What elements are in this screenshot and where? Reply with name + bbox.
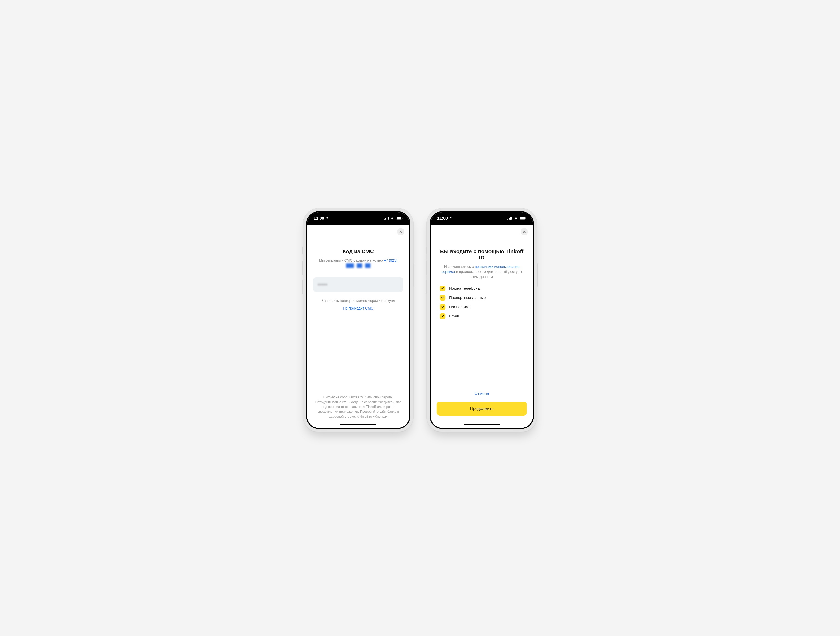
svg-rect-10 xyxy=(512,217,512,220)
permission-item: Email xyxy=(440,313,524,319)
resend-text: Запросить повторно можно через 45 секунд xyxy=(313,298,403,303)
close-icon: ✕ xyxy=(399,229,403,234)
cancel-link[interactable]: Отмена xyxy=(437,391,527,396)
svg-rect-1 xyxy=(385,218,386,220)
page-title: Вы входите с помощью Tinkoff ID xyxy=(437,248,527,260)
page-title: Код из СМС xyxy=(313,248,403,254)
status-time: 11:00 xyxy=(437,216,448,221)
svg-rect-12 xyxy=(520,217,525,219)
close-button[interactable]: ✕ xyxy=(521,228,528,235)
svg-rect-7 xyxy=(507,219,508,220)
wifi-icon xyxy=(514,216,518,221)
phone-masked: ███ - ██ - ██ xyxy=(346,264,370,268)
phone-prefix-link[interactable]: +7 (925) xyxy=(384,258,398,262)
svg-rect-3 xyxy=(388,217,388,220)
permission-item: Паспортные данные xyxy=(440,295,524,300)
phone-frame-right: 11:00 xyxy=(426,208,537,432)
sub-post: и предоставляете длительный доступ к эти… xyxy=(455,270,522,279)
wifi-icon xyxy=(390,216,395,221)
notch xyxy=(456,212,507,221)
subtitle-prefix: Мы отправили СМС с кодом на номер xyxy=(319,258,384,262)
code-value: ••••• xyxy=(318,282,328,287)
permission-label: Номер телефона xyxy=(449,286,480,290)
svg-rect-0 xyxy=(384,219,385,220)
svg-rect-5 xyxy=(396,217,401,219)
svg-rect-8 xyxy=(509,218,510,220)
checkbox-checked[interactable] xyxy=(440,286,445,291)
status-time: 11:00 xyxy=(314,216,324,221)
battery-icon xyxy=(396,216,403,221)
consent-subtitle: И соглашаетесь с правилами использования… xyxy=(437,264,527,279)
location-icon xyxy=(449,216,452,221)
permission-item: Полное имя xyxy=(440,304,524,310)
battery-icon xyxy=(519,216,526,221)
svg-rect-9 xyxy=(510,218,511,220)
cellular-icon xyxy=(384,216,388,221)
location-icon xyxy=(325,216,328,221)
permission-item: Номер телефона xyxy=(440,286,524,291)
checkbox-checked[interactable] xyxy=(440,304,445,310)
close-button[interactable]: ✕ xyxy=(397,228,404,235)
mockup-stage: 11:00 xyxy=(258,195,582,441)
continue-label: Продолжить xyxy=(470,406,493,411)
svg-rect-6 xyxy=(402,218,403,219)
permission-label: Email xyxy=(449,314,459,318)
checkbox-checked[interactable] xyxy=(440,313,445,319)
checkbox-checked[interactable] xyxy=(440,295,445,300)
svg-rect-2 xyxy=(387,218,387,220)
sms-subtitle: Мы отправили СМС с кодом на номер +7 (92… xyxy=(313,258,403,268)
phone-frame-left: 11:00 xyxy=(303,208,414,432)
permission-label: Паспортные данные xyxy=(449,295,486,300)
home-indicator[interactable] xyxy=(464,424,500,425)
continue-button[interactable]: Продолжить xyxy=(437,402,527,415)
permission-label: Полное имя xyxy=(449,305,471,309)
security-warning: Никому не сообщайте СМС или свой пароль.… xyxy=(313,395,403,423)
home-indicator[interactable] xyxy=(340,424,376,425)
close-icon: ✕ xyxy=(523,229,526,234)
cellular-icon xyxy=(507,216,512,221)
notch xyxy=(333,212,384,221)
sub-pre: И соглашаетесь с xyxy=(444,265,475,268)
sms-code-input[interactable]: ••••• xyxy=(313,277,403,292)
svg-rect-13 xyxy=(526,218,526,219)
no-sms-link[interactable]: Не приходит СМС xyxy=(313,306,403,310)
permissions-list: Номер телефона Паспортные данные xyxy=(437,286,527,319)
